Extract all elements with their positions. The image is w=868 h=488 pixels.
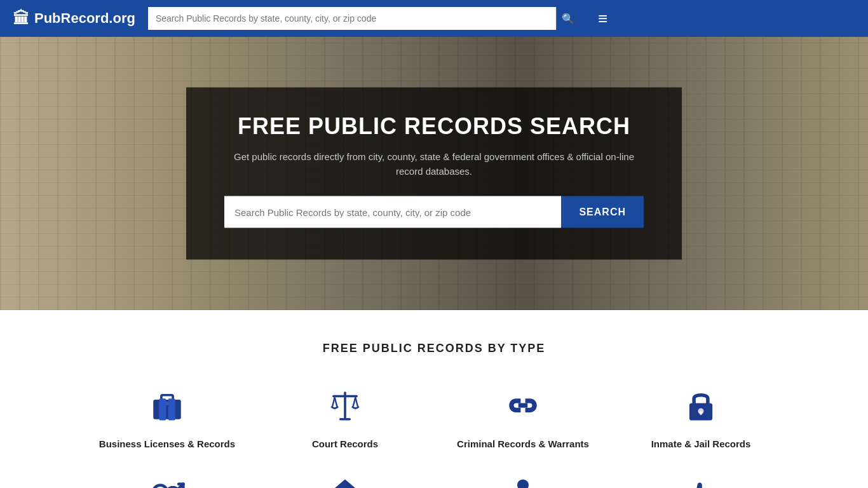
svg-rect-12 (519, 403, 528, 407)
svg-point-16 (153, 485, 167, 488)
scales-icon (327, 387, 363, 429)
hero-search-button[interactable]: SEARCH (561, 196, 644, 228)
person-icon (505, 476, 541, 489)
record-item-inmate-jail[interactable]: Inmate & Jail Records (618, 387, 783, 451)
logo-text: PubRecord.org (34, 10, 135, 27)
record-label-court-records: Court Records (312, 438, 378, 451)
search-icon: 🔍 (562, 13, 574, 25)
building-icon: 🏛 (13, 9, 29, 29)
header-search-button[interactable]: 🔍 (556, 7, 580, 30)
site-header: 🏛 PubRecord.org 🔍 ≡ (0, 0, 868, 37)
header-search-input[interactable] (148, 7, 556, 30)
svg-rect-11 (339, 418, 351, 421)
records-grid: Business Licenses & Records (85, 387, 783, 488)
gender-icon (149, 476, 186, 489)
svg-rect-3 (159, 398, 166, 420)
hero-search-area: SEARCH (224, 196, 644, 228)
svg-line-10 (355, 397, 358, 407)
record-label-inmate-jail: Inmate & Jail Records (651, 438, 751, 451)
record-item-property-records[interactable]: Property Records (262, 476, 428, 489)
hero-subtitle: Get public records directly from city, c… (224, 150, 644, 179)
house-icon (327, 476, 363, 489)
record-item-business-licenses[interactable]: Business Licenses & Records (85, 387, 250, 451)
chain-link-icon (505, 387, 541, 429)
lock-icon (682, 387, 719, 429)
briefcase-icon (149, 387, 186, 429)
record-label-criminal-records: Criminal Records & Warrants (457, 438, 589, 451)
logo[interactable]: 🏛 PubRecord.org (13, 9, 135, 29)
record-item-criminal-records[interactable]: Criminal Records & Warrants (440, 387, 606, 451)
record-item-marriage-divorce[interactable]: Marriage & Divorce Records (85, 476, 250, 489)
record-item-court-records[interactable]: Court Records (262, 387, 428, 451)
svg-marker-23 (330, 479, 360, 488)
hero-search-input[interactable] (224, 196, 561, 228)
record-item-voter-records[interactable]: Voter Records & Election Results (618, 476, 783, 489)
search-button-label: SEARCH (579, 207, 626, 217)
records-section-title: FREE PUBLIC RECORDS BY TYPE (25, 342, 843, 355)
record-label-business-licenses: Business Licenses & Records (99, 438, 235, 451)
svg-rect-4 (168, 398, 175, 420)
hero-overlay: FREE PUBLIC RECORDS SEARCH Get public re… (186, 88, 682, 260)
svg-rect-6 (332, 395, 358, 398)
hamburger-menu-button[interactable]: ≡ (598, 10, 607, 27)
svg-line-8 (335, 397, 337, 407)
menu-icon: ≡ (598, 9, 607, 28)
header-search-area: 🔍 (148, 7, 580, 30)
records-section: FREE PUBLIC RECORDS BY TYPE Business Lic… (0, 310, 868, 488)
svg-rect-15 (700, 411, 702, 415)
hero-title: FREE PUBLIC RECORDS SEARCH (224, 113, 644, 140)
hero-section: FREE PUBLIC RECORDS SEARCH Get public re… (0, 37, 868, 310)
thumbs-up-icon (682, 476, 719, 489)
record-item-vital-records[interactable]: Vital Records (440, 476, 606, 489)
